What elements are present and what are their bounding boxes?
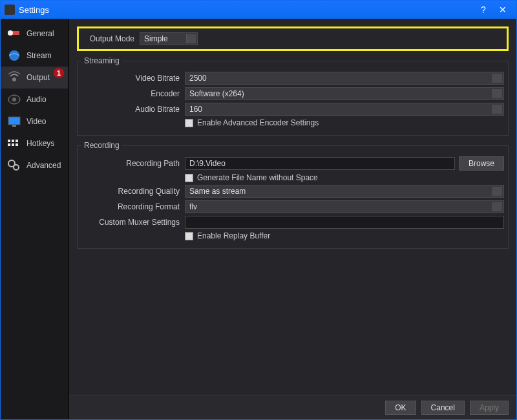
sidebar-item-label: Hotkeys (26, 139, 54, 148)
sidebar-item-video[interactable]: Video (1, 110, 68, 132)
sidebar: General Stream Output 1 Audio Video H (1, 19, 69, 419)
checkbox-icon (185, 174, 193, 182)
sidebar-item-audio[interactable]: Audio (1, 89, 68, 110)
video-bitrate-label: Video Bitrate (81, 74, 185, 83)
dialog-footer: OK Cancel Apply (69, 395, 516, 419)
recording-group: Recording Recording Path D:\9.Video Brow… (77, 141, 509, 249)
encoder-label: Encoder (81, 89, 185, 98)
replay-buffer-label: Enable Replay Buffer (197, 231, 270, 240)
help-button[interactable]: ? (474, 5, 493, 15)
sidebar-item-label: Video (26, 117, 46, 126)
sidebar-item-label: Output (26, 73, 50, 82)
sidebar-item-hotkeys[interactable]: Hotkeys (1, 132, 68, 154)
sidebar-item-label: General (26, 29, 54, 38)
recording-format-label: Recording Format (81, 202, 185, 211)
replay-buffer-checkbox[interactable]: Enable Replay Buffer (185, 231, 270, 240)
hotkeys-icon (6, 136, 23, 151)
svg-rect-7 (12, 125, 16, 127)
settings-window: Settings ? ✕ General Stream Output 1 Aud… (0, 0, 517, 420)
advanced-icon (6, 158, 23, 173)
encoder-dropdown[interactable]: Software (x264) (185, 87, 504, 100)
annotation-highlight: Output Mode Simple (77, 26, 509, 51)
annotation-badge: 1 (54, 68, 64, 78)
app-icon (5, 5, 15, 15)
svg-rect-13 (16, 143, 18, 146)
output-mode-label: Output Mode (81, 34, 140, 43)
svg-point-1 (8, 30, 13, 36)
checkbox-icon (185, 232, 193, 240)
video-icon (6, 114, 23, 129)
sidebar-item-advanced[interactable]: Advanced (1, 154, 68, 176)
svg-rect-11 (8, 143, 10, 146)
recording-quality-dropdown[interactable]: Same as stream (185, 185, 504, 198)
audio-icon (6, 92, 23, 107)
audio-bitrate-dropdown[interactable]: 160 (185, 103, 504, 116)
svg-rect-10 (16, 140, 18, 142)
recording-title: Recording (81, 141, 122, 150)
recording-path-label: Recording Path (81, 159, 185, 168)
recording-format-dropdown[interactable]: flv (185, 200, 504, 213)
recording-quality-label: Recording Quality (81, 187, 185, 196)
sidebar-item-label: Stream (26, 51, 52, 60)
recording-path-input[interactable]: D:\9.Video (185, 157, 455, 170)
checkbox-icon (185, 119, 193, 127)
no-space-label: Generate File Name without Space (197, 173, 318, 182)
main-panel: Output Mode Simple Streaming Video Bitra… (69, 19, 516, 419)
stream-icon (6, 48, 23, 63)
cancel-button[interactable]: Cancel (421, 401, 465, 415)
muxer-input[interactable] (185, 216, 504, 229)
video-bitrate-spinner[interactable]: 2500 (185, 72, 504, 85)
titlebar: Settings ? ✕ (1, 1, 516, 19)
ok-button[interactable]: OK (385, 401, 416, 415)
close-button[interactable]: ✕ (493, 5, 512, 15)
svg-rect-8 (8, 140, 10, 142)
browse-button[interactable]: Browse (459, 156, 504, 171)
output-mode-dropdown[interactable]: Simple (140, 32, 198, 45)
general-icon (6, 26, 23, 41)
enable-advanced-label: Enable Advanced Encoder Settings (197, 118, 319, 127)
svg-rect-12 (12, 143, 14, 146)
svg-rect-6 (8, 117, 20, 125)
sidebar-item-stream[interactable]: Stream (1, 45, 68, 67)
audio-bitrate-label: Audio Bitrate (81, 105, 185, 114)
svg-point-15 (14, 165, 19, 170)
svg-point-2 (9, 50, 19, 61)
sidebar-item-output[interactable]: Output 1 (1, 67, 68, 89)
svg-point-3 (12, 78, 16, 81)
sidebar-item-general[interactable]: General (1, 23, 68, 45)
svg-point-5 (12, 98, 16, 101)
window-title: Settings (19, 5, 49, 15)
svg-rect-9 (12, 140, 14, 142)
enable-advanced-checkbox[interactable]: Enable Advanced Encoder Settings (185, 118, 319, 127)
streaming-title: Streaming (81, 56, 122, 65)
sidebar-item-label: Advanced (26, 161, 61, 170)
apply-button[interactable]: Apply (470, 401, 509, 415)
no-space-checkbox[interactable]: Generate File Name without Space (185, 173, 318, 182)
muxer-label: Custom Muxer Settings (81, 218, 185, 227)
sidebar-item-label: Audio (26, 95, 47, 104)
streaming-group: Streaming Video Bitrate 2500 Encoder Sof… (77, 56, 509, 136)
output-icon (6, 70, 23, 85)
